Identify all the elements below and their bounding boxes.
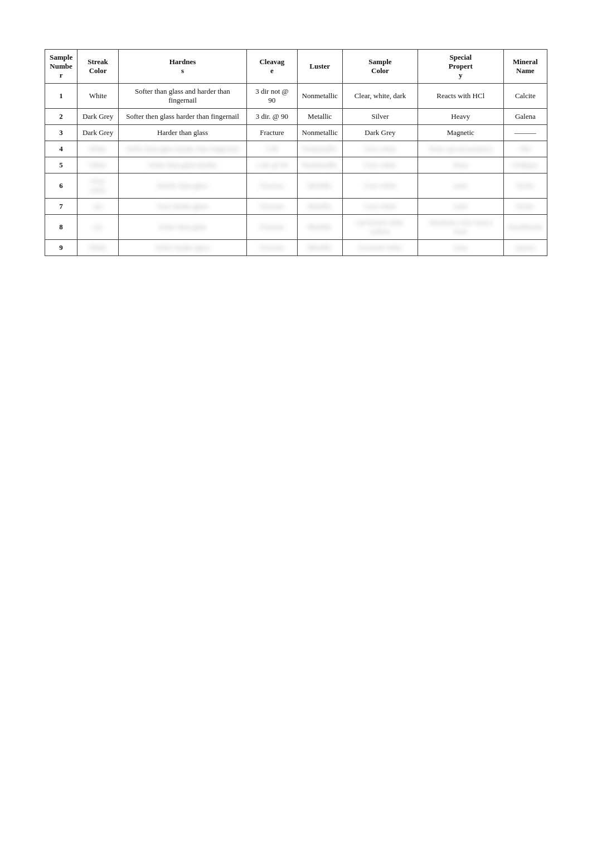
- cell-luster: Nonmetallic: [297, 141, 342, 157]
- cell-mineral-name: Feldspar: [503, 157, 547, 173]
- col-header-hardness: Hardness: [118, 50, 246, 84]
- cell-streak-color: tan: [77, 199, 119, 215]
- cell-mineral-name: Hornblende: [503, 215, 547, 240]
- cell-luster: Metallic: [297, 173, 342, 199]
- table-row: 8tanSofter than glassFractureMetallictan…: [45, 215, 547, 240]
- table-row: 6Grey whiteHarder than glassFractureMeta…: [45, 173, 547, 199]
- cell-sample-number: 4: [45, 141, 77, 157]
- cell-special-property: None: [418, 157, 504, 173]
- table-header-row: SampleNumber StreakColor Hardness Cleava…: [45, 50, 547, 84]
- cell-streak-color: tan: [77, 215, 119, 240]
- cell-luster: Metallic: [297, 215, 342, 240]
- cell-sample-color: Grey white: [342, 157, 418, 173]
- cell-cleavage: 2 dir @ 90: [247, 157, 298, 173]
- cell-hardness: Softer than glass: [118, 215, 246, 240]
- cell-sample-number: 3: [45, 125, 77, 141]
- cell-sample-number: 2: [45, 109, 77, 125]
- col-header-luster: Luster: [297, 50, 342, 84]
- cell-cleavage: Fracture: [247, 125, 298, 141]
- cell-cleavage: Fracture: [247, 173, 298, 199]
- cell-mineral-name: Pyrite: [503, 199, 547, 215]
- cell-sample-number: 7: [45, 199, 77, 215]
- col-header-special-property: SpecialProperty: [418, 50, 504, 84]
- col-header-cleavage: Cleavage: [247, 50, 298, 84]
- cell-sample-number: 9: [45, 240, 77, 256]
- cell-sample-color: Grey white: [342, 173, 418, 199]
- col-header-sample-number: SampleNumber: [45, 50, 77, 84]
- table-row: 3Dark GreyHarder than glassFractureNonme…: [45, 125, 547, 141]
- table-row: 1WhiteSofter than glass and harder than …: [45, 84, 547, 109]
- table-row: 9WhiteSofter harder glassFractureMetalli…: [45, 240, 547, 256]
- col-header-sample-color: SampleColor: [342, 50, 418, 84]
- cell-mineral-name: ———: [503, 125, 547, 141]
- cell-mineral-name: Pyrite: [503, 173, 547, 199]
- cell-streak-color: Dark Grey: [77, 109, 119, 125]
- cell-cleavage: 3 dir. @ 90: [247, 109, 298, 125]
- cell-cleavage: 2 dir: [247, 141, 298, 157]
- cell-luster: Nonmetallic: [297, 125, 342, 141]
- cell-mineral-name: Quartz: [503, 240, 547, 256]
- cell-special-property: none: [418, 240, 504, 256]
- cell-hardness: Softer than glass and harder than finger…: [118, 84, 246, 109]
- cell-mineral-name: Calcite: [503, 84, 547, 109]
- cell-sample-color: tan brown white yellow: [342, 215, 418, 240]
- cell-mineral-name: Talc: [503, 141, 547, 157]
- cell-sample-number: 6: [45, 173, 77, 199]
- cell-special-property: Striations color layers none: [418, 215, 504, 240]
- cell-cleavage: Fracture: [247, 240, 298, 256]
- cell-hardness: Softer then glass harder than fingernail: [118, 109, 246, 125]
- cell-sample-color: Greenish white: [342, 240, 418, 256]
- cell-hardness: Harder than glass: [118, 125, 246, 141]
- cell-special-property: None special property: [418, 141, 504, 157]
- cell-streak-color: White: [77, 84, 119, 109]
- cell-luster: Nonmetallic: [297, 84, 342, 109]
- cell-sample-color: Grey white: [342, 141, 418, 157]
- cell-sample-number: 1: [45, 84, 77, 109]
- cell-cleavage: Fracture: [247, 199, 298, 215]
- cell-special-property: none: [418, 199, 504, 215]
- cell-mineral-name: Galena: [503, 109, 547, 125]
- cell-special-property: none: [418, 173, 504, 199]
- cell-cleavage: Fracture: [247, 215, 298, 240]
- cell-sample-number: 5: [45, 157, 77, 173]
- cell-hardness: Softer than glass harder: [118, 157, 246, 173]
- cell-special-property: Magnetic: [418, 125, 504, 141]
- cell-luster: Metallic: [297, 240, 342, 256]
- cell-streak-color: White: [77, 240, 119, 256]
- cell-streak-color: White: [77, 141, 119, 157]
- table-row: 7tanGrey harder glassFractureMetallicGre…: [45, 199, 547, 215]
- cell-luster: Metallic: [297, 109, 342, 125]
- cell-luster: Nonmetallic: [297, 157, 342, 173]
- cell-sample-color: Silver: [342, 109, 418, 125]
- table-row: 2Dark GreySofter then glass harder than …: [45, 109, 547, 125]
- cell-luster: Metallic: [297, 199, 342, 215]
- cell-hardness: Softer harder glass: [118, 240, 246, 256]
- cell-cleavage: 3 dir not @ 90: [247, 84, 298, 109]
- col-header-streak-color: StreakColor: [77, 50, 119, 84]
- col-header-mineral-name: MineralName: [503, 50, 547, 84]
- cell-sample-color: Grey white: [342, 199, 418, 215]
- cell-sample-number: 8: [45, 215, 77, 240]
- mineral-table: SampleNumber StreakColor Hardness Cleava…: [45, 49, 547, 256]
- table-row: 5WhiteSofter than glass harder2 dir @ 90…: [45, 157, 547, 173]
- cell-hardness: Softer than glass harder than fingernail: [118, 141, 246, 157]
- cell-hardness: Harder than glass: [118, 173, 246, 199]
- cell-streak-color: Grey white: [77, 173, 119, 199]
- cell-hardness: Grey harder glass: [118, 199, 246, 215]
- cell-special-property: Heavy: [418, 109, 504, 125]
- cell-sample-color: Clear, white, dark: [342, 84, 418, 109]
- cell-special-property: Reacts with HCl: [418, 84, 504, 109]
- cell-streak-color: Dark Grey: [77, 125, 119, 141]
- table-row: 4WhiteSofter than glass harder than fing…: [45, 141, 547, 157]
- cell-streak-color: White: [77, 157, 119, 173]
- cell-sample-color: Dark Grey: [342, 125, 418, 141]
